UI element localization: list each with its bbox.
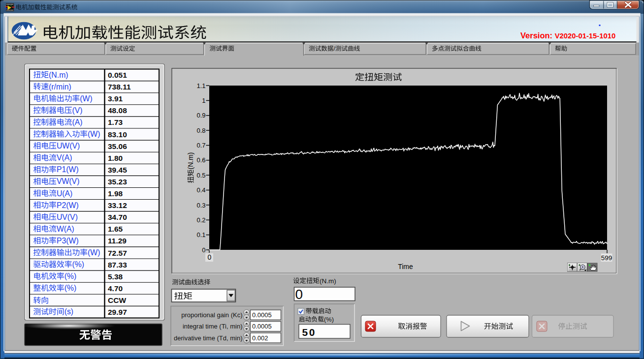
svg-text:Time: Time: [398, 263, 413, 270]
svg-text:(%): (%): [64, 272, 77, 280]
svg-text:0: 0: [202, 246, 205, 254]
svg-text:UV(V): UV(V): [57, 213, 78, 221]
svg-text:(%): (%): [72, 260, 85, 269]
svg-text:0.5: 0.5: [196, 172, 205, 179]
svg-text:1.65: 1.65: [108, 225, 123, 233]
svg-text:0.0005: 0.0005: [252, 323, 272, 330]
svg-text:CCW: CCW: [108, 296, 126, 304]
svg-text:(N.m): (N.m): [320, 277, 336, 285]
svg-text:(W): (W): [88, 130, 100, 138]
svg-text:738.11: 738.11: [108, 83, 131, 91]
svg-text:UW(V): UW(V): [57, 142, 80, 150]
svg-text:0.002: 0.002: [252, 334, 268, 342]
svg-text:P3(W): P3(W): [57, 237, 79, 245]
svg-text:1.98: 1.98: [108, 189, 123, 198]
svg-text:(V): (V): [72, 106, 83, 115]
svg-text:0: 0: [207, 253, 211, 261]
svg-text:(N.m): (N.m): [49, 71, 68, 79]
svg-text:34.70: 34.70: [108, 213, 127, 221]
svg-text:P2(W): P2(W): [57, 201, 79, 209]
svg-text:0.2: 0.2: [196, 216, 205, 224]
svg-text:U(A): U(A): [57, 189, 72, 198]
svg-text:P1(W): P1(W): [57, 165, 79, 174]
svg-text:(%): (%): [324, 316, 334, 323]
svg-text:V(A): V(A): [57, 153, 72, 162]
svg-text:29.97: 29.97: [108, 308, 127, 316]
svg-text:0.4: 0.4: [196, 186, 205, 194]
svg-text:5.38: 5.38: [108, 272, 123, 281]
svg-text:Version: V2020-01-15-1010: Version: V2020-01-15-1010: [520, 31, 615, 40]
svg-text:W(A): W(A): [57, 225, 74, 233]
svg-text:599: 599: [601, 254, 612, 262]
svg-text:/: /: [333, 45, 335, 52]
svg-text:83.10: 83.10: [108, 130, 127, 139]
svg-text:33.12: 33.12: [108, 201, 127, 209]
svg-text:72.57: 72.57: [108, 249, 127, 257]
svg-text:VW(V): VW(V): [57, 177, 80, 185]
svg-text:(A): (A): [72, 118, 83, 126]
svg-text:48.08: 48.08: [108, 106, 127, 115]
svg-text:integral time (Ti, min): integral time (Ti, min): [183, 323, 243, 330]
svg-text:11.29: 11.29: [108, 237, 127, 245]
svg-text:0.8: 0.8: [196, 127, 205, 134]
svg-text:(r/min): (r/min): [49, 83, 71, 91]
svg-text:35.06: 35.06: [108, 142, 127, 150]
svg-text:3.91: 3.91: [108, 94, 123, 103]
svg-text:(%): (%): [64, 284, 77, 292]
svg-text:1.80: 1.80: [108, 154, 123, 162]
svg-text:0.3: 0.3: [196, 202, 205, 209]
svg-text:0.9: 0.9: [196, 112, 205, 119]
svg-text:(N.m): (N.m): [187, 152, 194, 170]
svg-text:0.0005: 0.0005: [252, 311, 272, 319]
svg-text:1: 1: [202, 97, 205, 104]
svg-text:0.1: 0.1: [196, 231, 205, 239]
svg-text:(W): (W): [80, 94, 92, 103]
svg-text:50: 50: [302, 327, 317, 338]
svg-text:0: 0: [295, 287, 303, 302]
svg-text:0.051: 0.051: [108, 71, 127, 79]
svg-text:1.1: 1.1: [196, 82, 205, 90]
svg-text:0.6: 0.6: [196, 156, 205, 164]
svg-text:87.33: 87.33: [108, 261, 127, 269]
svg-text:1.73: 1.73: [108, 118, 123, 126]
svg-text:0.7: 0.7: [196, 142, 205, 149]
svg-text:derivative time (Td, min): derivative time (Td, min): [174, 334, 242, 342]
svg-text:proportional gain (Kc): proportional gain (Kc): [181, 311, 242, 319]
svg-text:39.45: 39.45: [108, 166, 127, 174]
svg-text:4.70: 4.70: [108, 284, 123, 293]
svg-text:(s): (s): [64, 307, 73, 316]
svg-text:35.23: 35.23: [108, 178, 127, 186]
svg-text:(W): (W): [88, 248, 100, 257]
